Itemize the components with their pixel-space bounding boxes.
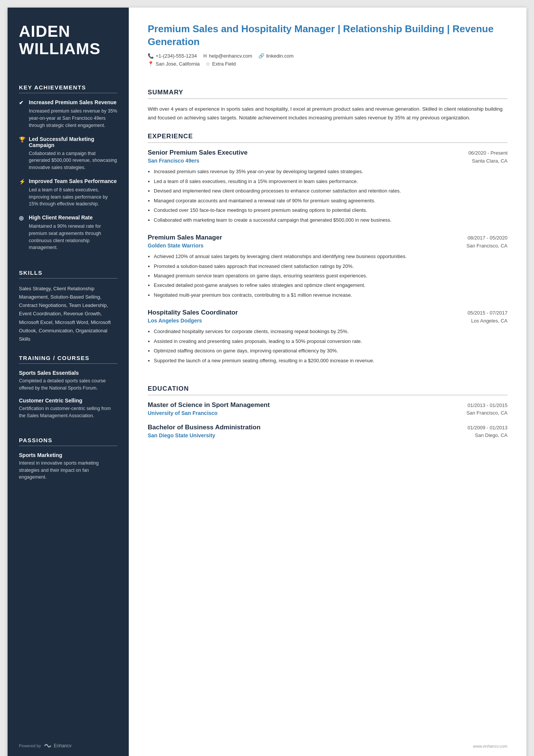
achievement-item-1: ✔ Increased Premium Sales Revenue Increa… [19,99,117,129]
main-content: Premium Sales and Hospitality Manager | … [129,8,526,756]
job-bullets-1: Increased premium sales revenue by 35% y… [148,167,507,224]
contact-location: 📍 San Jose, California [148,61,200,67]
contact-phone: 📞 +1-(234)-555-1234 [148,53,197,59]
achievement-title-4: High Client Renewal Rate [29,214,93,221]
edu-dates-1: 01/2013 - 01/2015 [467,402,507,408]
main-title: Premium Sales and Hospitality Manager | … [148,23,507,49]
education-section: EDUCATION Master of Science in Sport Man… [148,374,507,446]
education-title: EDUCATION [148,385,507,395]
training-desc-2: Certification in customer-centric sellin… [19,405,117,419]
job-dates-3: 05/2015 - 07/2017 [467,310,507,316]
job-location-1: Santa Clara, CA [472,158,507,164]
achievement-icon-3: ⚡ [19,178,26,185]
bullet: Coordinated hospitality services for cor… [154,327,507,335]
bullet: Devised and implemented new client onboa… [154,187,507,195]
job-dates-1: 06/2020 - Present [468,150,507,156]
passion-item-1: Sports Marketing Interest in innovative … [19,452,117,481]
job-org-2: Golden State Warriors [148,243,203,249]
footer-url: www.enhancv.com [473,744,507,748]
linkedin-icon: 🔗 [258,53,264,59]
job-org-1: San Francisco 49ers [148,158,199,164]
achievement-item-2: 🏆 Led Successful Marketing Campaign Coll… [19,136,117,171]
job-entry-2: Premium Sales Manager 08/2017 - 05/2020 … [148,234,507,299]
achievements-section-title: KEY ACHIEVEMENTS [19,84,117,93]
passions-list: Sports Marketing Interest in innovative … [19,452,117,486]
location-icon: 📍 [148,61,154,67]
job-role-3: Hospitality Sales Coordinator [148,309,238,316]
job-location-2: San Francisco, CA [467,243,507,249]
bullet: Supported the launch of a new premium se… [154,357,507,365]
summary-text: With over 4 years of experience in sport… [148,105,507,122]
bullet: Negotiated multi-year premium box contra… [154,291,507,299]
experience-section: EXPERIENCE Senior Premium Sales Executiv… [148,122,507,374]
achievement-title-2: Led Successful Marketing Campaign [29,136,117,148]
edu-entry-1: Master of Science in Sport Management 01… [148,401,507,416]
summary-title: SUMMARY [148,89,507,99]
main-footer: www.enhancv.com [148,736,507,748]
bullet: Promoted a solution-based sales approach… [154,262,507,270]
training-section-title: TRAINING / COURSES [19,355,117,364]
job-bullets-2: Achieved 120% of annual sales targets by… [148,252,507,299]
edu-degree-2: Bachelor of Business Administration [148,424,261,431]
job-role-1: Senior Premium Sales Executive [148,149,248,157]
achievements-list: ✔ Increased Premium Sales Revenue Increa… [19,99,117,258]
job-location-3: Los Angeles, CA [471,318,507,324]
edu-location-2: San Diego, CA [475,432,507,438]
bullet: Managed premium service team operations … [154,272,507,280]
edu-location-1: San Francisco, CA [467,410,507,416]
experience-title: EXPERIENCE [148,133,507,143]
phone-icon: 📞 [148,53,154,59]
achievement-title-1: Increased Premium Sales Revenue [29,99,117,105]
bullet: Achieved 120% of annual sales targets by… [154,252,507,260]
enhancv-brand: Enhancv [54,743,72,748]
candidate-name: AIDEN WILLIAMS [19,23,117,58]
achievement-desc-4: Maintained a 90% renewal rate for premiu… [19,223,117,251]
sidebar: AIDEN WILLIAMS KEY ACHIEVEMENTS ✔ Increa… [8,8,129,756]
contact-extra: ☆ Extra Field [206,61,236,67]
passion-title-1: Sports Marketing [19,452,117,458]
achievement-desc-1: Increased premium sales revenue by 35% y… [19,108,117,129]
job-entry-1: Senior Premium Sales Executive 06/2020 -… [148,149,507,224]
contact-row: 📞 +1-(234)-555-1234 ✉ help@enhancv.com 🔗… [148,53,507,59]
contact-linkedin[interactable]: 🔗 linkedin.com [258,53,294,59]
job-role-2: Premium Sales Manager [148,234,222,241]
training-list: Sports Sales Essentials Completed a deta… [19,370,117,426]
achievement-icon-2: 🏆 [19,136,26,142]
training-title-2: Customer Centric Selling [19,398,117,404]
job-entry-3: Hospitality Sales Coordinator 05/2015 - … [148,309,507,365]
enhancv-logo: Enhancv [44,743,72,748]
edu-entry-2: Bachelor of Business Administration 01/2… [148,424,507,438]
bullet: Conducted over 150 face-to-face meetings… [154,206,507,214]
star-icon: ☆ [206,61,210,67]
job-bullets-3: Coordinated hospitality services for cor… [148,327,507,365]
passion-desc-1: Interest in innovative sports marketing … [19,460,117,481]
achievement-item-4: ◎ High Client Renewal Rate Maintained a … [19,214,117,251]
skills-text: Sales Strategy, Client Relationship Mana… [19,285,117,343]
edu-school-1: University of San Francisco [148,410,217,416]
achievement-icon-1: ✔ [19,100,26,106]
training-item-1: Sports Sales Essentials Completed a deta… [19,370,117,392]
passions-section-title: PASSIONS [19,437,117,446]
powered-by-label: Powered by [19,743,41,748]
achievement-icon-4: ◎ [19,215,26,221]
skills-section-title: SKILLS [19,269,117,279]
job-org-3: Los Angeles Dodgers [148,318,202,324]
bullet: Optimized staffing decisions on game day… [154,347,507,355]
edu-dates-2: 01/2009 - 01/2013 [467,425,507,430]
resume-wrapper: AIDEN WILLIAMS KEY ACHIEVEMENTS ✔ Increa… [8,8,526,756]
sidebar-footer: Powered by Enhancv [19,732,117,748]
edu-degree-1: Master of Science in Sport Management [148,401,270,409]
training-item-2: Customer Centric Selling Certification i… [19,398,117,419]
achievement-title-3: Improved Team Sales Performance [29,178,117,184]
bullet: Executed detailed post-game analyses to … [154,281,507,289]
bullet: Increased premium sales revenue by 35% y… [154,167,507,175]
email-icon: ✉ [203,53,207,59]
achievement-desc-3: Led a team of 8 sales executives, improv… [19,186,117,208]
contact-row-2: 📍 San Jose, California ☆ Extra Field [148,61,507,67]
training-desc-1: Completed a detailed sports sales course… [19,377,117,392]
main-header: Premium Sales and Hospitality Manager | … [148,23,507,69]
edu-school-2: San Diego State University [148,432,215,438]
bullet: Assisted in creating and presenting sale… [154,337,507,345]
summary-section: SUMMARY With over 4 years of experience … [148,78,507,122]
bullet: Managed corporate accounts and maintaine… [154,197,507,205]
